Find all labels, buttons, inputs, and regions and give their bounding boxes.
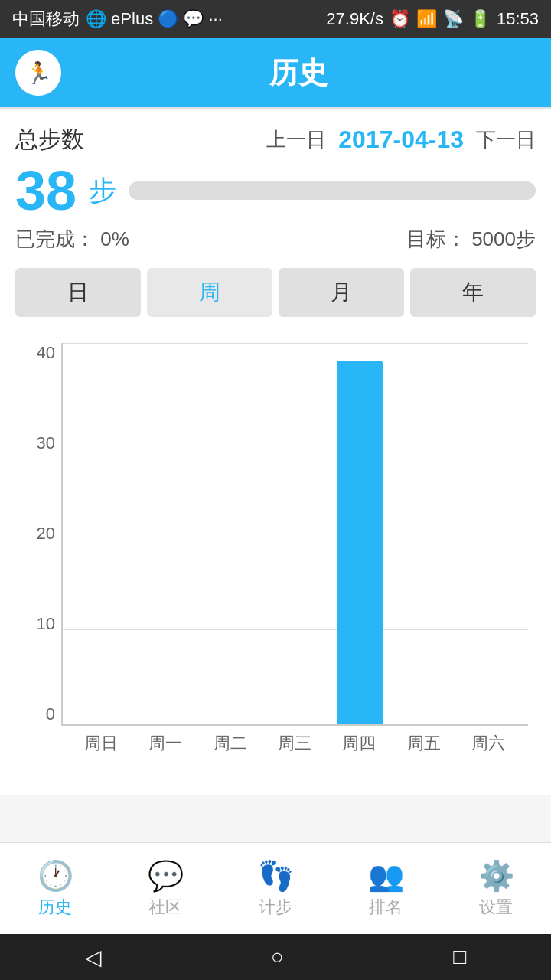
- y-axis-labels: 40 30 20 10 0: [18, 343, 55, 724]
- community-label: 社区: [148, 896, 182, 919]
- history-icon: 🕐: [37, 859, 73, 893]
- settings-icon: ⚙️: [478, 859, 514, 893]
- logo-emoji: 🏃: [25, 60, 52, 86]
- period-tabs: 日 周 月 年: [15, 268, 536, 317]
- x-axis-labels: 周日周一周二周三周四周五周六: [61, 726, 528, 755]
- app-title: 历史: [61, 54, 536, 93]
- prev-day-button[interactable]: 上一日: [266, 126, 326, 153]
- network-speed: 27.9K/s: [326, 9, 383, 29]
- main-content: 总步数 上一日 2017-04-13 下一日 38 步 已完成： 0% 目标： …: [0, 109, 551, 795]
- carrier-icons: 🌐 ePlus 🔵 💬 ···: [86, 9, 223, 29]
- steps-unit: 步: [89, 172, 116, 210]
- target-text: 目标： 5000步: [406, 226, 536, 253]
- nav-community[interactable]: 💬 社区: [110, 859, 220, 919]
- bar-col-4: [328, 361, 392, 724]
- date-navigation: 上一日 2017-04-13 下一日: [266, 126, 536, 154]
- nav-settings[interactable]: ⚙️ 设置: [441, 859, 551, 919]
- bottom-nav: 🕐 历史 💬 社区 👣 计步 👥 排名 ⚙️ 设置: [0, 842, 551, 934]
- progress-bar-container: [129, 181, 536, 200]
- alarm-icon: ⏰: [390, 9, 410, 29]
- steps-number: 38: [15, 163, 77, 218]
- app-logo: 🏃: [15, 50, 61, 96]
- status-bar: 中国移动 🌐 ePlus 🔵 💬 ··· 27.9K/s ⏰ 📶 📡 🔋 15:…: [0, 0, 551, 38]
- y-label-30: 30: [18, 433, 55, 453]
- recent-button[interactable]: □: [453, 945, 466, 969]
- clock-text: 15:53: [497, 9, 539, 29]
- carrier-text: 中国移动: [12, 8, 80, 31]
- nav-ranking[interactable]: 👥 排名: [331, 859, 441, 919]
- y-label-40: 40: [18, 343, 55, 363]
- home-button[interactable]: ○: [271, 945, 284, 969]
- steps-header: 总步数 上一日 2017-04-13 下一日: [15, 124, 536, 155]
- nav-steps[interactable]: 👣 计步: [220, 859, 331, 919]
- signal-icon: 📡: [443, 9, 464, 29]
- ranking-label: 排名: [369, 896, 403, 919]
- chart-grid: 40 30 20 10 0: [61, 343, 528, 726]
- chart-container: 40 30 20 10 0 周日周一周二周三周四周五周六: [15, 335, 536, 779]
- x-label-4: 周四: [327, 732, 391, 755]
- next-day-button[interactable]: 下一日: [476, 126, 536, 153]
- back-button[interactable]: ◁: [85, 945, 102, 970]
- battery-icon: 🔋: [470, 9, 491, 29]
- tab-day[interactable]: 日: [15, 268, 141, 317]
- app-bar: 🏃 历史: [0, 38, 551, 107]
- tab-month[interactable]: 月: [279, 268, 404, 317]
- steps-count-row: 38 步: [15, 163, 536, 218]
- history-label: 历史: [38, 896, 72, 919]
- settings-label: 设置: [479, 896, 513, 919]
- tab-year[interactable]: 年: [410, 268, 536, 317]
- wifi-icon: 📶: [416, 9, 437, 29]
- steps-icon: 👣: [258, 859, 294, 893]
- ranking-icon: 👥: [368, 859, 404, 893]
- status-right: 27.9K/s ⏰ 📶 📡 🔋 15:53: [326, 9, 539, 29]
- steps-nav-label: 计步: [259, 896, 292, 919]
- x-label-6: 周六: [456, 732, 520, 755]
- x-label-0: 周日: [69, 732, 133, 755]
- y-label-10: 10: [18, 614, 55, 634]
- bar-4: [337, 361, 383, 724]
- community-icon: 💬: [148, 859, 184, 893]
- x-label-2: 周二: [198, 732, 262, 755]
- bars-area: [63, 343, 528, 724]
- nav-history[interactable]: 🕐 历史: [0, 859, 110, 919]
- current-date: 2017-04-13: [338, 126, 464, 154]
- steps-label: 总步数: [15, 124, 84, 155]
- y-label-0: 0: [18, 704, 55, 724]
- system-nav: ◁ ○ □: [0, 934, 551, 980]
- stats-row: 已完成： 0% 目标： 5000步: [15, 226, 536, 253]
- x-label-5: 周五: [391, 732, 455, 755]
- tab-week[interactable]: 周: [147, 268, 272, 317]
- x-label-3: 周三: [262, 732, 327, 755]
- y-label-20: 20: [18, 524, 55, 544]
- x-label-1: 周一: [133, 732, 197, 755]
- completed-text: 已完成： 0%: [15, 226, 129, 253]
- status-left: 中国移动 🌐 ePlus 🔵 💬 ···: [12, 8, 223, 31]
